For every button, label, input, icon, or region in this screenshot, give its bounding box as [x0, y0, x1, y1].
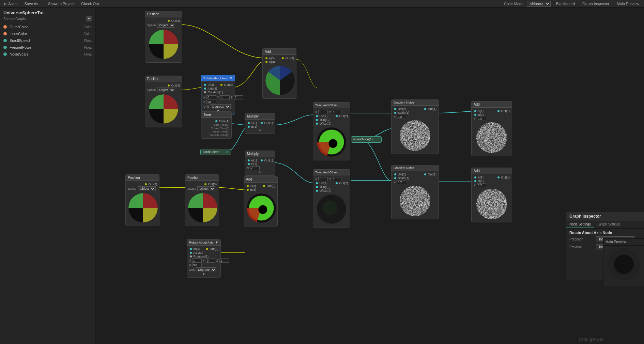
- node-add4-preview: [476, 189, 507, 219]
- node-position3[interactable]: Position Out(3) Space Object: [125, 174, 159, 226]
- watermark: CSDN @王海松: [579, 338, 603, 342]
- node-noise2-preview: [400, 186, 430, 216]
- property-noisescale-dot: [3, 52, 7, 56]
- sidebar-subtitle: Shader Graphs +: [0, 16, 95, 24]
- sidebar: UniverseSphereTut Shader Graphs + OuterC…: [0, 7, 95, 344]
- node-add1-preview: [265, 65, 295, 96]
- node-position1-header: Position: [145, 11, 182, 17]
- main-preview-title: Main Preview: [603, 239, 644, 246]
- toolbar-btn-saveas[interactable]: Save As...: [23, 1, 43, 6]
- node-tiling2[interactable]: Tiling And Offset X Y UV(2) Out(2) Tilin…: [313, 169, 350, 228]
- node-position3-preview: [128, 192, 158, 223]
- inspector-tab-node-settings[interactable]: Node Settings: [566, 221, 594, 228]
- node-add4-header: Add: [472, 168, 512, 174]
- node-rotate1[interactable]: Rotate About Axis ▼ In(3) Out(3) Axis(3)…: [201, 75, 235, 114]
- inspector-preview-label: Preview: [569, 245, 593, 249]
- node-rotate2[interactable]: Rotate About Axis ▼ In(3) Out(3) Axis(3)…: [187, 239, 221, 278]
- toolbar: re Asset Save As... Show In Project Chec…: [0, 0, 644, 7]
- property-noisescale-name: NoiseScale: [10, 52, 81, 56]
- node-time-header: Time: [201, 112, 231, 118]
- color-mode-label: Color Mode: [504, 2, 523, 6]
- node-position4-header: Position: [185, 175, 219, 181]
- node-multiply2-header: Multiply: [245, 151, 275, 157]
- toolbar-btn-checkout[interactable]: Check Out: [80, 1, 100, 6]
- node-multiply1[interactable]: Multiply A(1) Out(1) B(1) ▼: [245, 113, 275, 134]
- sidebar-title: UniverseSphereTut: [0, 7, 95, 16]
- toolbar-tab-main-preview[interactable]: Main Preview: [615, 1, 641, 6]
- node-position4[interactable]: Position Out(3) Space Object: [185, 174, 219, 226]
- node-position4-preview: [187, 192, 218, 223]
- inspector-tab-graph-settings[interactable]: Graph Settings: [594, 221, 624, 228]
- node-noise2[interactable]: Gradient Noise UV(2) Out(1) Scale(1) X: [391, 165, 439, 219]
- toolbar-btn-showinproject[interactable]: Show In Project: [47, 1, 76, 6]
- main-preview-panel: Main Preview: [603, 238, 644, 286]
- node-position1[interactable]: Position Out(3) Space Object: [145, 11, 182, 63]
- node-rotate1-header: Rotate About Axis ▼: [201, 75, 235, 81]
- color-mode-select[interactable]: <None>: [527, 1, 551, 7]
- node-tiling2-preview: [316, 194, 347, 224]
- node-tiling1-preview: [316, 127, 347, 157]
- node-position2-preview: [148, 94, 179, 124]
- node-add3-preview: [476, 122, 507, 153]
- node-add3-header: Add: [472, 101, 512, 108]
- property-innercolor-dot: [3, 32, 7, 35]
- node-noise1[interactable]: Gradient Noise UV(2) Out(1) Scale(1) X: [391, 99, 439, 154]
- node-add1[interactable]: Add A(3) Out(3) B(3): [262, 48, 296, 99]
- inspector-node-title: Rotate About Axis Node: [566, 229, 644, 235]
- node-noise2-header: Gradient Noise: [392, 165, 439, 171]
- property-outercolor[interactable]: OuterColor Color: [0, 24, 95, 30]
- inspector-title: Graph Inspector: [566, 212, 644, 221]
- node-noisescale[interactable]: NoiseScale(1): [351, 136, 382, 143]
- property-fresnelpower-name: FresnelPower: [10, 45, 81, 49]
- property-scrollspeed-dot: [3, 39, 7, 42]
- property-scrollspeed-type: Float: [84, 39, 92, 43]
- node-tiling2-header: Tiling And Offset: [313, 170, 350, 175]
- node-tiling1[interactable]: Tiling And Offset X Y UV(2) Out(2) Tilin…: [313, 102, 350, 160]
- node-scrollspeed-header: ScrollSpeed ✕: [201, 149, 231, 155]
- main-preview-canvas: [607, 247, 641, 281]
- property-innercolor-name: InnerColor: [10, 32, 81, 36]
- property-noisescale[interactable]: NoiseScale Float: [0, 51, 95, 58]
- sidebar-add-button[interactable]: +: [86, 16, 92, 21]
- node-add1-header: Add: [263, 49, 296, 55]
- toolbar-tab-graph-inspector[interactable]: Graph Inspector: [580, 1, 611, 6]
- node-multiply2[interactable]: Multiply A(1) Out(1) B(1) X ▼: [245, 151, 275, 176]
- node-position2-header: Position: [145, 76, 182, 82]
- property-outercolor-name: OuterColor: [10, 25, 81, 29]
- toolbar-btn-reasset[interactable]: re Asset: [3, 1, 19, 6]
- property-fresnelpower[interactable]: FresnelPower Float: [0, 44, 95, 51]
- node-add3[interactable]: Add A(1) Out(1) B(1) X: [471, 101, 512, 156]
- node-add2-header: Add: [244, 176, 277, 183]
- node-position2[interactable]: Position Out(3) Space Object: [145, 76, 182, 127]
- node-time[interactable]: Time Time(1) Sine Time(1) Cosine Time(1)…: [201, 111, 232, 139]
- property-innercolor[interactable]: InnerColor Color: [0, 30, 95, 37]
- property-outercolor-dot: [3, 25, 7, 29]
- property-scrollspeed-name: ScrollSpeed: [10, 38, 81, 43]
- node-add2[interactable]: Add A(3) Out(3) B(3): [244, 176, 278, 226]
- canvas: Position Out(3) Space Object Position Ou…: [0, 7, 644, 344]
- node-noise1-header: Gradient Noise: [392, 100, 439, 106]
- inspector-tabs: Node Settings Graph Settings: [566, 221, 644, 229]
- node-add4[interactable]: Add A(1) Out(1) B(1) X: [471, 168, 512, 222]
- property-fresnelpower-type: Float: [84, 46, 92, 49]
- node-rotate2-header: Rotate About Axis ▼: [187, 239, 220, 246]
- node-tiling1-header: Tiling And Offset: [313, 103, 350, 108]
- node-position1-preview: [148, 29, 179, 60]
- toolbar-tab-blackboard[interactable]: Blackboard: [554, 1, 577, 6]
- property-innercolor-type: Color: [83, 32, 92, 36]
- inspector-precision-label: Precision: [569, 237, 593, 241]
- node-noise1-preview: [400, 120, 430, 151]
- node-add2-preview: [246, 193, 277, 223]
- property-fresnelpower-dot: [3, 46, 7, 49]
- node-multiply1-header: Multiply: [245, 113, 275, 120]
- node-scrollspeed[interactable]: ScrollSpeed ✕: [200, 149, 231, 155]
- node-position3-header: Position: [126, 175, 159, 181]
- property-outercolor-type: Color: [83, 25, 92, 29]
- property-noisescale-type: Float: [84, 52, 92, 56]
- node-noisescale-header: NoiseScale(1): [351, 137, 381, 142]
- property-scrollspeed[interactable]: ScrollSpeed Float: [0, 37, 95, 44]
